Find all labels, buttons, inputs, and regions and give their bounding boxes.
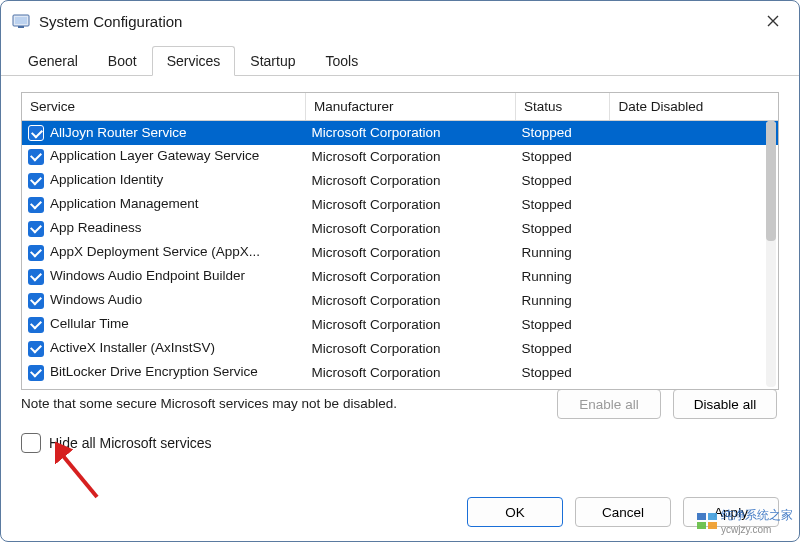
date-disabled-cell (610, 265, 778, 289)
watermark: 纯净系统之家 ycwjzy.com (697, 507, 793, 535)
service-name: AppX Deployment Service (AppX... (50, 244, 260, 259)
svg-rect-1 (15, 17, 27, 24)
msconfig-icon (11, 11, 31, 31)
service-name: BitLocker Drive Encryption Service (50, 364, 258, 379)
table-row[interactable]: Application ManagementMicrosoft Corporat… (22, 193, 778, 217)
status-cell: Stopped (515, 169, 609, 193)
manufacturer-cell: Microsoft Corporation (306, 217, 516, 241)
row-checkbox[interactable] (28, 365, 44, 381)
row-checkbox[interactable] (28, 269, 44, 285)
date-disabled-cell (610, 169, 778, 193)
table-row[interactable]: BitLocker Drive Encryption ServiceMicros… (22, 361, 778, 385)
tab-startup[interactable]: Startup (235, 46, 310, 76)
service-name: Base Filtering Engine (50, 388, 178, 390)
row-checkbox[interactable] (28, 245, 44, 261)
manufacturer-cell: Microsoft Corporation (306, 145, 516, 169)
tab-tools[interactable]: Tools (310, 46, 373, 76)
manufacturer-cell: Microsoft Corporation (306, 265, 516, 289)
watermark-text: 纯净系统之家 (721, 507, 793, 524)
table-row[interactable]: AppX Deployment Service (AppX...Microsof… (22, 241, 778, 265)
date-disabled-cell (610, 193, 778, 217)
row-checkbox[interactable] (28, 149, 44, 165)
service-name: Windows Audio (50, 292, 142, 307)
watermark-url: ycwjzy.com (721, 524, 793, 535)
status-cell: Stopped (515, 313, 609, 337)
manufacturer-cell: Microsoft Corporation (306, 361, 516, 385)
row-checkbox[interactable] (28, 389, 44, 390)
tabs: General Boot Services Startup Tools (1, 45, 799, 76)
table-row[interactable]: App ReadinessMicrosoft CorporationStoppe… (22, 217, 778, 241)
scrollbar-thumb[interactable] (766, 121, 776, 241)
hide-services-row: Hide all Microsoft services (21, 433, 779, 453)
service-name: AllJoyn Router Service (50, 125, 187, 140)
table-row[interactable]: Cellular TimeMicrosoft CorporationStoppe… (22, 313, 778, 337)
hide-microsoft-label: Hide all Microsoft services (49, 435, 212, 451)
table-row[interactable]: AllJoyn Router ServiceMicrosoft Corporat… (22, 121, 778, 145)
status-cell: Stopped (515, 217, 609, 241)
watermark-logo-icon (697, 513, 717, 529)
status-cell: Stopped (515, 145, 609, 169)
tab-boot[interactable]: Boot (93, 46, 152, 76)
status-cell: Stopped (515, 337, 609, 361)
service-name: App Readiness (50, 220, 142, 235)
date-disabled-cell (610, 217, 778, 241)
table-row[interactable]: Windows Audio Endpoint BuilderMicrosoft … (22, 265, 778, 289)
row-checkbox[interactable] (28, 197, 44, 213)
manufacturer-cell: Microsoft Corporation (306, 241, 516, 265)
table-row[interactable]: Base Filtering EngineMicrosoft Corporati… (22, 385, 778, 391)
enable-all-button[interactable]: Enable all (557, 389, 661, 419)
manufacturer-cell: Microsoft Corporation (306, 385, 516, 391)
service-name: Application Identity (50, 172, 163, 187)
tab-general[interactable]: General (13, 46, 93, 76)
services-table-wrap: Service Manufacturer Status Date Disable… (21, 92, 779, 390)
date-disabled-cell (610, 337, 778, 361)
status-cell: Running (515, 289, 609, 313)
col-header-manufacturer[interactable]: Manufacturer (306, 93, 516, 121)
disable-all-button[interactable]: Disable all (673, 389, 777, 419)
service-name: Windows Audio Endpoint Builder (50, 268, 245, 283)
service-name: Application Management (50, 196, 199, 211)
col-header-service[interactable]: Service (22, 93, 306, 121)
status-cell: Running (515, 385, 609, 391)
date-disabled-cell (610, 313, 778, 337)
row-checkbox[interactable] (28, 125, 44, 141)
manufacturer-cell: Microsoft Corporation (306, 313, 516, 337)
status-cell: Stopped (515, 193, 609, 217)
window-title: System Configuration (39, 13, 753, 30)
close-icon[interactable] (753, 6, 793, 36)
row-checkbox[interactable] (28, 317, 44, 333)
date-disabled-cell (610, 361, 778, 385)
date-disabled-cell (610, 121, 778, 145)
svg-rect-2 (18, 26, 24, 28)
manufacturer-cell: Microsoft Corporation (306, 337, 516, 361)
table-row[interactable]: Windows AudioMicrosoft CorporationRunnin… (22, 289, 778, 313)
table-row[interactable]: Application Layer Gateway ServiceMicroso… (22, 145, 778, 169)
status-cell: Running (515, 265, 609, 289)
service-name: ActiveX Installer (AxInstSV) (50, 340, 215, 355)
table-row[interactable]: ActiveX Installer (AxInstSV)Microsoft Co… (22, 337, 778, 361)
system-configuration-window: System Configuration General Boot Servic… (0, 0, 800, 542)
status-cell: Stopped (515, 361, 609, 385)
col-header-date-disabled[interactable]: Date Disabled (610, 93, 778, 121)
titlebar: System Configuration (1, 1, 799, 41)
status-cell: Running (515, 241, 609, 265)
manufacturer-cell: Microsoft Corporation (306, 193, 516, 217)
ok-button[interactable]: OK (467, 497, 563, 527)
hide-microsoft-checkbox[interactable] (21, 433, 41, 453)
tab-content: Service Manufacturer Status Date Disable… (1, 76, 799, 463)
service-name: Cellular Time (50, 316, 129, 331)
row-checkbox[interactable] (28, 221, 44, 237)
scrollbar[interactable] (766, 121, 776, 387)
cancel-button[interactable]: Cancel (575, 497, 671, 527)
table-row[interactable]: Application IdentityMicrosoft Corporatio… (22, 169, 778, 193)
status-cell: Stopped (515, 121, 609, 145)
row-checkbox[interactable] (28, 341, 44, 357)
row-checkbox[interactable] (28, 173, 44, 189)
date-disabled-cell (610, 145, 778, 169)
service-name: Application Layer Gateway Service (50, 148, 259, 163)
col-header-status[interactable]: Status (515, 93, 609, 121)
row-checkbox[interactable] (28, 293, 44, 309)
date-disabled-cell (610, 385, 778, 391)
tab-services[interactable]: Services (152, 46, 236, 76)
manufacturer-cell: Microsoft Corporation (306, 289, 516, 313)
